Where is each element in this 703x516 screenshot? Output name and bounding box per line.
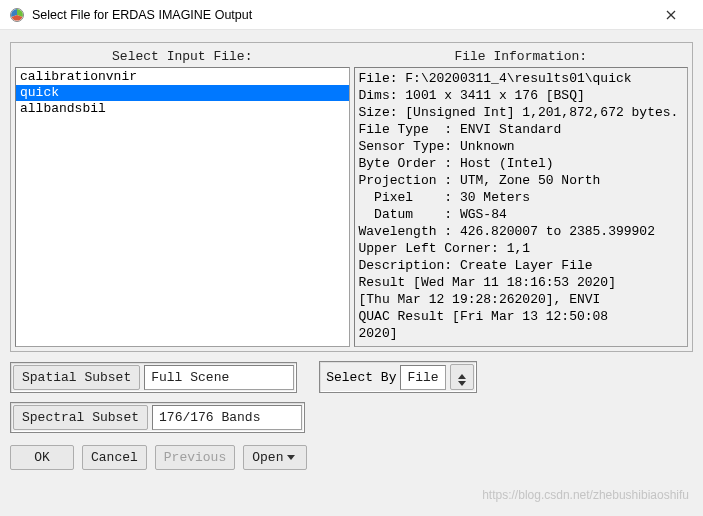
sort-toggle-button[interactable] — [450, 364, 474, 390]
input-file-panel: Select Input File: calibrationvnirquicka… — [15, 47, 350, 347]
list-item[interactable]: allbandsbil — [16, 101, 349, 117]
ok-button[interactable]: OK — [10, 445, 74, 470]
spatial-subset-value[interactable]: Full Scene — [144, 365, 294, 390]
spectral-subset-group: Spectral Subset 176/176 Bands — [10, 402, 305, 433]
sort-icon — [457, 374, 467, 386]
select-by-value[interactable]: File — [400, 365, 445, 390]
window-title: Select File for ERDAS IMAGINE Output — [32, 8, 649, 22]
dialog-button-bar: OK Cancel Previous Open — [10, 445, 693, 470]
chevron-down-icon — [287, 455, 295, 460]
select-by-label: Select By — [322, 368, 400, 387]
previous-button: Previous — [155, 445, 235, 470]
close-icon — [666, 10, 676, 20]
open-button[interactable]: Open — [243, 445, 307, 470]
spatial-subset-button[interactable]: Spatial Subset — [13, 365, 140, 390]
spatial-subset-group: Spatial Subset Full Scene — [10, 362, 297, 393]
spectral-subset-value[interactable]: 176/176 Bands — [152, 405, 302, 430]
file-info-heading: File Information: — [354, 47, 689, 67]
input-file-list[interactable]: calibrationvnirquickallbandsbil — [15, 67, 350, 347]
list-item[interactable]: calibrationvnir — [16, 69, 349, 85]
close-button[interactable] — [649, 1, 693, 29]
app-icon — [8, 6, 26, 24]
list-item[interactable]: quick — [16, 85, 349, 101]
spectral-subset-button[interactable]: Spectral Subset — [13, 405, 148, 430]
top-frame: Select Input File: calibrationvnirquicka… — [10, 42, 693, 352]
file-info-panel: File Information: File: F:\20200311_4\re… — [354, 47, 689, 347]
select-by-group: Select By File — [319, 361, 476, 393]
open-button-label: Open — [252, 450, 283, 465]
input-file-heading: Select Input File: — [15, 47, 350, 67]
cancel-button[interactable]: Cancel — [82, 445, 147, 470]
file-info-text: File: F:\20200311_4\results01\quick Dims… — [354, 67, 689, 347]
titlebar: Select File for ERDAS IMAGINE Output — [0, 0, 703, 30]
